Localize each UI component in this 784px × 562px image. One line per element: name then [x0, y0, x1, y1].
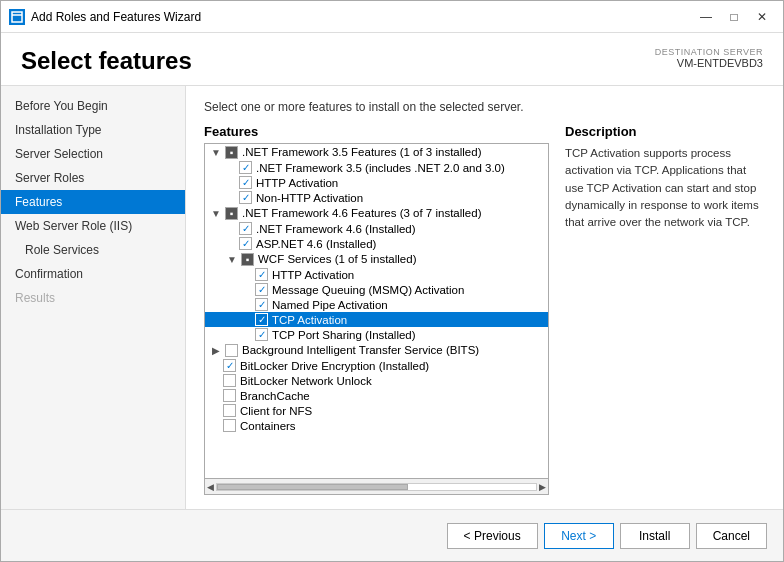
expand-net46[interactable]: ▼	[209, 206, 223, 220]
label-tcp-activation: TCP Activation	[272, 314, 347, 326]
cb-net35-core[interactable]: ✓	[239, 161, 252, 174]
label-http-activation-35: HTTP Activation	[256, 177, 338, 189]
tree-item-http-activation-35[interactable]: ✓ HTTP Activation	[205, 175, 548, 190]
page-header: Select features DESTINATION SERVER VM-EN…	[1, 33, 783, 86]
tree-item-net35-core[interactable]: ✓ .NET Framework 3.5 (includes .NET 2.0 …	[205, 160, 548, 175]
sidebar-item-web-server-role[interactable]: Web Server Role (IIS)	[1, 214, 185, 238]
cb-net46-core[interactable]: ✓	[239, 222, 252, 235]
tree-item-net46-core[interactable]: ✓ .NET Framework 4.6 (Installed)	[205, 221, 548, 236]
title-bar: Add Roles and Features Wizard — □ ✕	[1, 1, 783, 33]
tree-item-msmq-activation[interactable]: ✓ Message Queuing (MSMQ) Activation	[205, 282, 548, 297]
cb-nonhttp-activation[interactable]: ✓	[239, 191, 252, 204]
tree-item-branchcache[interactable]: BranchCache	[205, 388, 548, 403]
label-named-pipe: Named Pipe Activation	[272, 299, 388, 311]
expand-wcf[interactable]: ▼	[225, 252, 239, 266]
title-bar-left: Add Roles and Features Wizard	[9, 9, 201, 25]
label-msmq-activation: Message Queuing (MSMQ) Activation	[272, 284, 464, 296]
label-net46-group: .NET Framework 4.6 Features (3 of 7 inst…	[242, 207, 481, 219]
description-header: Description	[565, 124, 765, 139]
label-client-nfs: Client for NFS	[240, 405, 312, 417]
label-http-activation-wcf: HTTP Activation	[272, 269, 354, 281]
tree-item-named-pipe[interactable]: ✓ Named Pipe Activation	[205, 297, 548, 312]
next-button[interactable]: Next >	[544, 523, 614, 549]
label-bits: Background Intelligent Transfer Service …	[242, 344, 479, 356]
tree-item-nonhttp-activation[interactable]: ✓ Non-HTTP Activation	[205, 190, 548, 205]
sidebar-item-server-selection[interactable]: Server Selection	[1, 142, 185, 166]
cb-msmq-activation[interactable]: ✓	[255, 283, 268, 296]
sidebar-item-before-you-begin[interactable]: Before You Begin	[1, 94, 185, 118]
scroll-right-btn[interactable]: ▶	[539, 482, 546, 492]
label-bitlocker: BitLocker Drive Encryption (Installed)	[240, 360, 429, 372]
cb-tcp-activation[interactable]: ✓	[255, 313, 268, 326]
sidebar: Before You Begin Installation Type Serve…	[1, 86, 186, 509]
tree-item-http-activation-wcf[interactable]: ✓ HTTP Activation	[205, 267, 548, 282]
tree-item-bitlocker[interactable]: ✓ BitLocker Drive Encryption (Installed)	[205, 358, 548, 373]
features-header: Features	[204, 124, 549, 139]
title-bar-controls: — □ ✕	[693, 7, 775, 27]
tree-item-tcp-port-sharing[interactable]: ✓ TCP Port Sharing (Installed)	[205, 327, 548, 342]
label-wcf-group: WCF Services (1 of 5 installed)	[258, 253, 417, 265]
cancel-button[interactable]: Cancel	[696, 523, 767, 549]
tree-item-net46-group[interactable]: ▼ ▪ .NET Framework 4.6 Features (3 of 7 …	[205, 205, 548, 221]
cb-net35-group[interactable]: ▪	[225, 146, 238, 159]
destination-label: DESTINATION SERVER	[655, 47, 763, 57]
label-nonhttp-activation: Non-HTTP Activation	[256, 192, 363, 204]
cb-wcf-group[interactable]: ▪	[241, 253, 254, 266]
tree-item-bits-group[interactable]: ▶ Background Intelligent Transfer Servic…	[205, 342, 548, 358]
tree-item-client-nfs[interactable]: Client for NFS	[205, 403, 548, 418]
expand-bits[interactable]: ▶	[209, 343, 223, 357]
cb-client-nfs[interactable]	[223, 404, 236, 417]
maximize-button[interactable]: □	[721, 7, 747, 27]
cb-bits[interactable]	[225, 344, 238, 357]
previous-button[interactable]: < Previous	[447, 523, 538, 549]
main-window: Add Roles and Features Wizard — □ ✕ Sele…	[0, 0, 784, 562]
features-panel: Features ▼ ▪ .NET Framework 3.5 Features…	[204, 124, 549, 495]
sidebar-item-installation-type[interactable]: Installation Type	[1, 118, 185, 142]
window-title: Add Roles and Features Wizard	[31, 10, 201, 24]
tree-item-net35-group[interactable]: ▼ ▪ .NET Framework 3.5 Features (1 of 3 …	[205, 144, 548, 160]
sidebar-item-confirmation[interactable]: Confirmation	[1, 262, 185, 286]
label-aspnet46: ASP.NET 4.6 (Installed)	[256, 238, 376, 250]
expand-net35[interactable]: ▼	[209, 145, 223, 159]
features-tree[interactable]: ▼ ▪ .NET Framework 3.5 Features (1 of 3 …	[204, 143, 549, 479]
destination-server: VM-ENTDEVBD3	[655, 57, 763, 69]
tree-item-bitlocker-unlock[interactable]: BitLocker Network Unlock	[205, 373, 548, 388]
sidebar-item-features[interactable]: Features	[1, 190, 185, 214]
label-net46-core: .NET Framework 4.6 (Installed)	[256, 223, 416, 235]
close-button[interactable]: ✕	[749, 7, 775, 27]
label-tcp-port-sharing: TCP Port Sharing (Installed)	[272, 329, 416, 341]
cb-aspnet46[interactable]: ✓	[239, 237, 252, 250]
cb-branchcache[interactable]	[223, 389, 236, 402]
scroll-left-btn[interactable]: ◀	[207, 482, 214, 492]
cb-containers[interactable]	[223, 419, 236, 432]
sidebar-item-results: Results	[1, 286, 185, 310]
label-branchcache: BranchCache	[240, 390, 310, 402]
cb-http-activation-wcf[interactable]: ✓	[255, 268, 268, 281]
main-panel: Select one or more features to install o…	[186, 86, 783, 509]
sidebar-item-role-services[interactable]: Role Services	[1, 238, 185, 262]
label-net35-core: .NET Framework 3.5 (includes .NET 2.0 an…	[256, 162, 505, 174]
tree-item-aspnet46[interactable]: ✓ ASP.NET 4.6 (Installed)	[205, 236, 548, 251]
tree-item-tcp-activation[interactable]: ✓ TCP Activation	[205, 312, 548, 327]
install-button[interactable]: Install	[620, 523, 690, 549]
label-containers: Containers	[240, 420, 296, 432]
cb-bitlocker-unlock[interactable]	[223, 374, 236, 387]
app-icon	[9, 9, 25, 25]
cb-bitlocker[interactable]: ✓	[223, 359, 236, 372]
cb-http-activation-35[interactable]: ✓	[239, 176, 252, 189]
tree-item-wcf-group[interactable]: ▼ ▪ WCF Services (1 of 5 installed)	[205, 251, 548, 267]
sidebar-item-server-roles[interactable]: Server Roles	[1, 166, 185, 190]
description-text: TCP Activation supports process activati…	[565, 145, 765, 231]
svg-rect-0	[12, 12, 22, 22]
footer: < Previous Next > Install Cancel	[1, 509, 783, 561]
description-panel: Description TCP Activation supports proc…	[565, 124, 765, 495]
cb-net46-group[interactable]: ▪	[225, 207, 238, 220]
content-area: Before You Begin Installation Type Serve…	[1, 86, 783, 509]
page-title: Select features	[21, 47, 763, 75]
tree-item-containers[interactable]: Containers	[205, 418, 548, 433]
cb-tcp-port-sharing[interactable]: ✓	[255, 328, 268, 341]
minimize-button[interactable]: —	[693, 7, 719, 27]
features-area: Features ▼ ▪ .NET Framework 3.5 Features…	[204, 124, 765, 495]
cb-named-pipe[interactable]: ✓	[255, 298, 268, 311]
label-bitlocker-unlock: BitLocker Network Unlock	[240, 375, 372, 387]
